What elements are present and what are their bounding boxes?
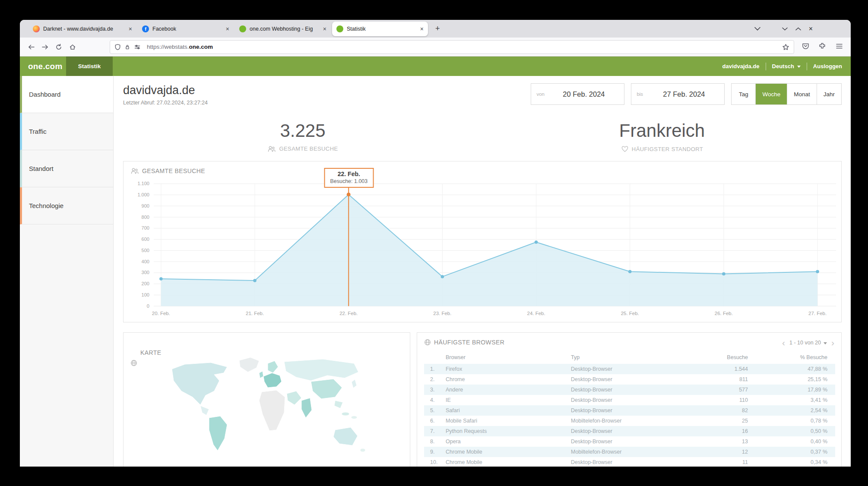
range-button-jahr[interactable]: Jahr [817, 84, 841, 104]
window-close-icon[interactable]: × [809, 25, 813, 33]
onecom-favicon-icon [336, 25, 343, 32]
page-next-icon[interactable]: › [831, 338, 834, 347]
table-row: 6.Mobile SafariMobiltelefon-Browser250,7… [424, 416, 835, 426]
range-button-monat[interactable]: Monat [787, 84, 817, 104]
column-header-rank [424, 353, 446, 364]
account-domain[interactable]: davidvajda.de [722, 63, 760, 69]
url-bar[interactable]: https://webstats.one.com [110, 40, 794, 54]
range-button-group: Tag Woche Monat Jahr [731, 83, 842, 105]
browser-window: Darknet - www.davidvajda.de × f Facebook… [20, 20, 851, 467]
table-row: 10.Chrome MobileDesktop-Browser110,34 % [424, 457, 835, 467]
table-row: 8.OperaDesktop-Browser130,40 % [424, 436, 835, 447]
y-axis-label: 700 [142, 225, 149, 230]
sidebar-item-dashboard[interactable]: Dashboard [20, 76, 113, 113]
people-icon [130, 168, 139, 174]
visits-chart-card: GESAMTE BESUCHE 010020030040050060070080… [123, 161, 842, 322]
forward-icon[interactable] [38, 40, 52, 54]
tab-close-icon[interactable]: × [129, 25, 132, 32]
language-selector[interactable]: Deutsch [772, 63, 801, 69]
y-axis-label: 600 [142, 237, 149, 242]
tab-close-icon[interactable]: × [226, 25, 229, 32]
date-from-input[interactable]: von 20 Feb. 2024 [531, 83, 624, 105]
map-se-asia [334, 401, 343, 408]
home-icon[interactable] [66, 40, 79, 54]
sidebar-item-traffic[interactable]: Traffic [20, 113, 113, 150]
tab-onecom-webhosting[interactable]: one.com Webhosting - Eig × [235, 22, 331, 36]
map-japan [352, 379, 357, 388]
y-axis-label: 400 [142, 259, 149, 264]
pocket-icon[interactable] [802, 43, 809, 51]
tab-close-icon[interactable]: × [420, 25, 424, 32]
sidebar-item-technologie[interactable]: Technologie [20, 187, 113, 224]
onecom-logo: one.com [28, 62, 66, 71]
column-header-typ: Typ [571, 353, 700, 364]
table-row: 5.SafariDesktop-Browser822,54 % [424, 405, 835, 416]
tab-close-icon[interactable]: × [323, 25, 326, 32]
tracking-shield-icon[interactable] [114, 44, 121, 50]
pagination-range[interactable]: 1 - 10 von 20 [789, 340, 827, 346]
y-axis-label: 800 [142, 215, 149, 220]
date-to-input[interactable]: bis 27 Feb. 2024 [631, 83, 725, 105]
chart-point [535, 240, 538, 244]
facebook-icon: f [142, 25, 149, 32]
visits-area-chart: 01002003004005006007008009001.0001.10020… [124, 161, 841, 322]
desktop-background: Darknet - www.davidvajda.de × f Facebook… [0, 0, 868, 486]
window-maximize-icon[interactable] [795, 27, 801, 31]
tab-darknet[interactable]: Darknet - www.davidvajda.de × [29, 22, 136, 36]
column-header-browser: Browser [446, 353, 571, 364]
map-africa [259, 390, 285, 431]
firefox-icon [33, 25, 40, 32]
logout-button[interactable]: Ausloggen [813, 63, 842, 69]
bookmark-star-icon[interactable] [782, 44, 789, 50]
x-axis-label: 21. Feb. [246, 311, 264, 316]
chevron-down-icon [797, 66, 801, 68]
chart-point [722, 272, 725, 276]
permissions-icon[interactable] [134, 44, 141, 50]
extensions-puzzle-icon[interactable] [819, 42, 826, 51]
chevron-down-icon [824, 342, 827, 344]
back-icon[interactable] [24, 40, 38, 54]
header-divider [807, 63, 807, 70]
people-icon [267, 146, 276, 152]
chart-point [628, 270, 632, 274]
tab-facebook[interactable]: f Facebook × [138, 22, 234, 36]
page-prev-icon[interactable]: ‹ [782, 338, 785, 347]
map-australia [333, 427, 358, 445]
range-button-woche[interactable]: Woche [755, 84, 787, 104]
heart-icon [621, 145, 629, 152]
y-axis-label: 900 [142, 203, 149, 208]
lock-icon[interactable] [124, 44, 130, 50]
sidebar-item-standort[interactable]: Standort [20, 150, 113, 187]
column-header-besuche: Besuche [700, 353, 748, 364]
table-row: 2.ChromeDesktop-Browser81125,15 % [424, 374, 835, 385]
y-axis-label: 200 [142, 281, 149, 286]
new-tab-button[interactable]: + [433, 24, 443, 33]
header-divider [766, 63, 766, 70]
chart-tooltip: 22. Feb. Besuche: 1.003 [324, 168, 374, 188]
y-axis-label: 0 [147, 303, 149, 309]
x-axis-label: 26. Feb. [715, 311, 733, 316]
tab-title: Darknet - www.davidvajda.de [43, 26, 126, 32]
chart-point [816, 270, 819, 274]
range-button-tag[interactable]: Tag [732, 84, 755, 104]
chart-point [347, 193, 351, 196]
window-minimize-icon[interactable] [782, 27, 788, 31]
reload-icon[interactable] [52, 40, 66, 54]
x-axis-label: 20. Feb. [152, 311, 170, 316]
map-indonesia [342, 412, 349, 416]
nav-tab-statistik[interactable]: Statistik [66, 57, 113, 76]
menu-hamburger-icon[interactable] [836, 43, 843, 51]
globe-icon [130, 360, 137, 366]
table-header-row: BrowserTypBesuche% Besuche [424, 353, 835, 364]
tab-statistik-active[interactable]: Statistik × [332, 22, 428, 36]
app-header: one.com Statistik davidvajda.de Deutsch … [20, 57, 851, 76]
page-header: davidvajda.de Letzter Abruf: 27.02.2024,… [123, 76, 842, 118]
map-uk [259, 371, 263, 378]
list-tabs-icon[interactable] [754, 27, 760, 31]
map-europe [263, 373, 282, 388]
map-indonesia [351, 416, 357, 419]
map-central-america [200, 406, 209, 415]
tab-title: Facebook [152, 26, 223, 32]
navigation-toolbar: https://webstats.one.com [20, 38, 851, 57]
y-axis-label: 100 [142, 292, 149, 297]
